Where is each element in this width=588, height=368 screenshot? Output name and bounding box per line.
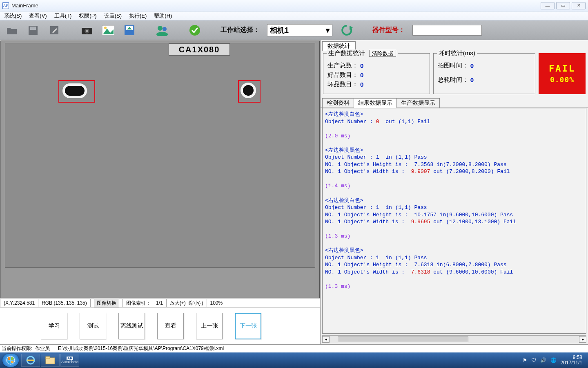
- menu-permission[interactable]: 权限(P): [79, 12, 96, 20]
- check-ok-icon[interactable]: [188, 23, 202, 37]
- autophoto-label: AutoPhoto: [61, 360, 78, 364]
- zoom-out-button[interactable]: 缩小(-): [189, 300, 203, 307]
- coord-readout: (X,Y:2324,581: [0, 299, 38, 307]
- refresh-icon[interactable]: [340, 23, 354, 37]
- taskbar-clock[interactable]: 9:58 2017/11/1: [561, 355, 582, 366]
- users-icon[interactable]: [155, 23, 169, 37]
- clear-data-button[interactable]: 清除数据: [369, 50, 396, 57]
- good-count-value: 0: [360, 72, 363, 79]
- total-count-value: 0: [360, 62, 363, 69]
- image-viewer[interactable]: CA1X080: [0, 40, 320, 298]
- menu-view[interactable]: 查看(V): [29, 12, 47, 20]
- prod-stats-title: 生产数据统计: [328, 49, 365, 56]
- window-titlebar: AP MainFrame — ▭ ✕: [0, 0, 588, 11]
- next-image-button[interactable]: 下一张: [235, 313, 261, 339]
- clock-date: 2017/11/1: [561, 360, 582, 366]
- image-icon[interactable]: [101, 23, 115, 37]
- right-panel: 数据统计 生产数据统计 清除数据 生产总数：0 好品数目：0 坏品数目：0 耗时…: [321, 40, 588, 344]
- zoom-percent: 100%: [207, 299, 227, 307]
- menu-settings[interactable]: 设置(S): [104, 12, 122, 20]
- svg-point-8: [104, 27, 107, 29]
- scroll-right-arrow-icon[interactable]: ▸: [579, 336, 586, 343]
- save-icon[interactable]: [26, 23, 40, 37]
- app-status-bar: 当前操作权限: 作业员 E:\协川成功案例\2015-16案例\重庆光华模具\A…: [0, 344, 588, 352]
- svg-rect-24: [46, 357, 50, 359]
- study-button[interactable]: 学习: [41, 313, 67, 339]
- minimize-button[interactable]: —: [541, 2, 555, 9]
- production-stats-box: 生产数据统计 清除数据 生产总数：0 好品数目：0 坏品数目：0: [323, 53, 430, 94]
- save-image-icon[interactable]: [122, 23, 136, 37]
- tray-network-icon[interactable]: 🌐: [550, 357, 557, 363]
- permission-label: 当前操作权限:: [2, 346, 32, 351]
- taskbar-ie-icon[interactable]: [21, 354, 40, 367]
- image-index-value: 1/1: [156, 300, 163, 306]
- tab-inspection-data[interactable]: 检测资料: [322, 98, 354, 108]
- app-icon: AP: [2, 2, 9, 9]
- rgb-readout: RGB:(135, 135, 135): [38, 299, 91, 307]
- close-button[interactable]: ✕: [572, 2, 586, 9]
- tab-production-display[interactable]: 生产数据显示: [396, 98, 440, 108]
- menu-help[interactable]: 帮助(H): [154, 12, 172, 20]
- model-label: 器件型号：: [372, 26, 405, 34]
- bad-count-value: 0: [360, 81, 363, 88]
- part-label-tag: CA1X080: [169, 43, 230, 56]
- menu-system[interactable]: 系统(S): [4, 12, 22, 20]
- svg-rect-1: [30, 27, 36, 30]
- tray-flag-icon[interactable]: ⚑: [523, 357, 527, 363]
- time-stats-box: 耗时统计(ms) 拍图时间：0 总耗时间：0: [433, 53, 535, 94]
- total-time-value: 0: [470, 76, 474, 83]
- svg-point-15: [189, 25, 200, 36]
- svg-rect-19: [11, 357, 13, 360]
- total-time-label: 总耗时间：: [438, 76, 470, 84]
- scroll-left-arrow-icon[interactable]: ◂: [322, 336, 330, 343]
- image-status-bar: (X,Y:2324,581 RGB:(135, 135, 135) 图像切换 图…: [0, 298, 320, 307]
- image-index-label: 图像索引：: [126, 300, 151, 307]
- part-image: CA1X080: [5, 43, 315, 268]
- result-status-box: FAIL 0.00%: [539, 53, 586, 94]
- menu-execute[interactable]: 执行(E): [129, 12, 147, 20]
- windows-taskbar: APAutoPhoto ⚑ 🛡 🔊 🌐 9:58 2017/11/1: [0, 352, 588, 368]
- view-button[interactable]: 查看: [157, 313, 184, 339]
- taskbar-explorer-icon[interactable]: [41, 354, 60, 367]
- test-button[interactable]: 测试: [80, 313, 106, 339]
- tray-shield-icon[interactable]: 🛡: [531, 357, 536, 363]
- result-tabs: 检测资料 结果数据显示 生产数据显示: [321, 97, 588, 108]
- offline-test-button[interactable]: 离线测试: [118, 313, 145, 339]
- total-count-label: 生产总数：: [327, 62, 360, 70]
- action-button-row: 学习 测试 离线测试 查看 上一张 下一张: [0, 307, 320, 344]
- dropdown-arrow-icon: ▾: [326, 26, 330, 35]
- roi-left: [58, 80, 95, 103]
- station-select[interactable]: 相机1 ▾: [267, 24, 332, 36]
- svg-point-17: [7, 356, 15, 364]
- edit-icon[interactable]: [47, 23, 61, 37]
- menu-tools[interactable]: 工具(T): [54, 12, 72, 20]
- window-title: MainFrame: [11, 2, 38, 9]
- model-select[interactable]: [412, 25, 482, 36]
- open-folder-icon[interactable]: [5, 23, 19, 37]
- start-button[interactable]: [2, 354, 19, 367]
- scrollbar-thumb[interactable]: [338, 337, 468, 342]
- capture-time-label: 拍图时间：: [438, 62, 470, 70]
- svg-rect-18: [8, 357, 10, 360]
- toolbar: 工作站选择： 相机1 ▾ 器件型号：: [0, 20, 588, 40]
- taskbar-autophoto-app[interactable]: APAutoPhoto: [60, 354, 79, 367]
- capture-time-value: 0: [470, 62, 474, 69]
- results-text-area[interactable]: <左边检测白色> Object Number : 0 out (1,1) Fai…: [322, 108, 586, 334]
- svg-point-5: [86, 30, 88, 32]
- results-horizontal-scrollbar[interactable]: ◂ ▸: [322, 335, 586, 343]
- image-switch-button[interactable]: 图像切换: [94, 299, 119, 307]
- current-file-path: E:\协川成功案例\2015-16案例\重庆光华模具\AP\Program\CA…: [58, 345, 224, 352]
- result-status-text: FAIL: [549, 63, 575, 74]
- bad-count-label: 坏品数目：: [327, 81, 360, 88]
- tab-result-display[interactable]: 结果数据显示: [354, 98, 397, 108]
- svg-point-14: [156, 32, 168, 36]
- result-status-percent: 0.00%: [550, 75, 574, 84]
- prev-image-button[interactable]: 上一张: [196, 313, 223, 339]
- station-select-value: 相机1: [270, 25, 289, 35]
- roi-right: [238, 80, 261, 103]
- maximize-button[interactable]: ▭: [556, 2, 570, 9]
- camera-icon[interactable]: [80, 23, 94, 37]
- tray-volume-icon[interactable]: 🔊: [540, 357, 546, 363]
- zoom-in-button[interactable]: 放大(+): [170, 300, 186, 307]
- svg-point-12: [158, 26, 163, 31]
